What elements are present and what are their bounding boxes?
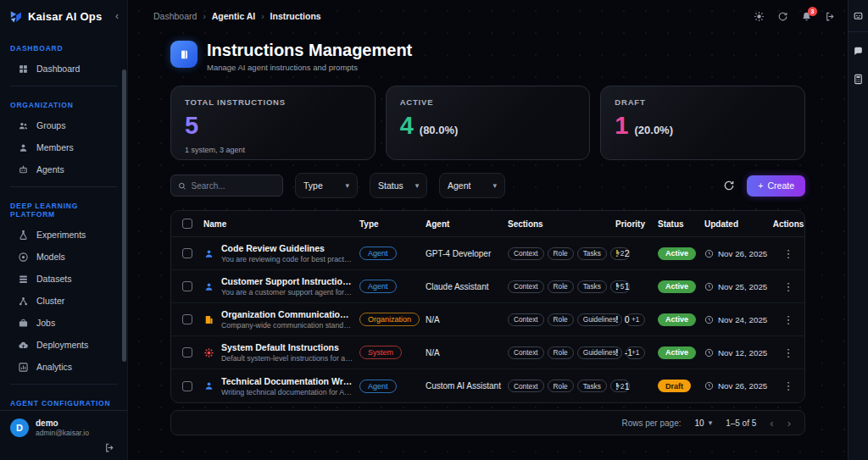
breadcrumb-separator: › bbox=[203, 12, 205, 21]
plus-icon: + bbox=[758, 180, 763, 191]
sidebar-item-members[interactable]: Members bbox=[0, 136, 127, 158]
updated-date: Nov 12, 2025 bbox=[718, 348, 767, 357]
column-header-sections: Sections bbox=[508, 219, 615, 229]
rail-icon-group bbox=[853, 46, 864, 85]
sidebar-collapse-icon[interactable]: ‹ bbox=[115, 10, 119, 22]
agent-name: Claude Assistant bbox=[426, 282, 508, 291]
priority-value: -1 bbox=[625, 347, 632, 357]
user-info: D demo admin@kaisar.io bbox=[10, 418, 117, 437]
sidebar-item-cluster[interactable]: Cluster bbox=[0, 290, 127, 312]
stat-card-total-instructions: TOTAL INSTRUCTIONS 5 1 system, 3 agent bbox=[170, 86, 376, 160]
table-row[interactable]: Organization Communication Style Company… bbox=[171, 303, 804, 336]
row-actions-menu-icon[interactable]: ⋮ bbox=[772, 346, 804, 359]
sidebar-section-dashboard: DASHBOARD bbox=[0, 36, 127, 58]
sidebar-divider bbox=[10, 384, 117, 385]
target-icon bbox=[18, 252, 29, 263]
row-checkbox[interactable] bbox=[182, 248, 192, 258]
row-actions-menu-icon[interactable]: ⋮ bbox=[772, 380, 804, 392]
sidebar-item-label: Members bbox=[36, 142, 74, 152]
page-content: Instructions Management Manage AI agent … bbox=[128, 32, 848, 460]
section-chip: Role bbox=[548, 380, 574, 392]
sections-list: Context Role Tasks +5 bbox=[508, 280, 615, 293]
stat-card-active: ACTIVE 4 (80.0%) bbox=[386, 86, 591, 160]
table-row[interactable]: Technical Documentation Writer Writing t… bbox=[171, 369, 804, 402]
refresh-icon[interactable] bbox=[723, 180, 735, 191]
row-checkbox[interactable] bbox=[182, 381, 192, 391]
column-header-actions: Actions bbox=[772, 219, 804, 229]
sidebar-scrollbar[interactable] bbox=[122, 69, 126, 362]
row-actions-menu-icon[interactable]: ⋮ bbox=[772, 313, 804, 326]
sections-list: Context Role Guidelines +1 bbox=[508, 313, 615, 326]
sidebar-item-label: Dashboard bbox=[36, 64, 80, 74]
stat-label: TOTAL INSTRUCTIONS bbox=[185, 97, 361, 107]
updated-date: Nov 26, 2025 bbox=[718, 249, 767, 258]
status-filter-select[interactable]: Status ▾ bbox=[370, 173, 427, 198]
instruction-name: Code Review Guidelines bbox=[221, 243, 353, 253]
calculator-icon[interactable] bbox=[853, 74, 864, 85]
search-input[interactable] bbox=[192, 181, 275, 191]
breadcrumb-agentic-ai[interactable]: Agentic AI bbox=[212, 11, 256, 21]
sidebar-item-groups[interactable]: Groups bbox=[0, 114, 127, 136]
table-row[interactable]: Customer Support Instructions You are a … bbox=[171, 270, 804, 303]
notifications-button[interactable]: 3 bbox=[801, 11, 812, 22]
topbar-actions: 3 bbox=[754, 11, 836, 22]
table-row[interactable]: Code Review Guidelines You are reviewing… bbox=[171, 237, 804, 270]
app-logo-icon bbox=[8, 9, 23, 24]
rows-per-page-select[interactable]: 10 ▾ bbox=[695, 418, 713, 428]
pagination-bar: Rows per page: 10 ▾ 1–5 of 5 ‹ › bbox=[170, 410, 805, 435]
user-name: demo bbox=[36, 418, 89, 428]
row-checkbox[interactable] bbox=[182, 314, 192, 324]
sidebar-item-agents[interactable]: Agents bbox=[0, 158, 127, 180]
section-chip: Context bbox=[508, 346, 544, 359]
status-badge: Draft bbox=[658, 380, 691, 392]
theme-toggle-sun-icon[interactable] bbox=[754, 11, 765, 22]
page-subtitle: Manage AI agent instructions and prompts bbox=[207, 63, 412, 72]
rows-per-page-label: Rows per page: bbox=[621, 418, 681, 428]
sidebar-item-label: Deployments bbox=[36, 340, 88, 350]
sidebar-item-datasets[interactable]: Datasets bbox=[0, 268, 127, 290]
type-chip: Organization bbox=[359, 313, 420, 326]
instructions-page-icon bbox=[170, 41, 198, 68]
sidebar-item-deployments[interactable]: Deployments bbox=[0, 334, 127, 356]
gear-icon bbox=[203, 347, 214, 358]
sidebar-item-dashboard[interactable]: Dashboard bbox=[0, 58, 127, 80]
next-page-button[interactable]: › bbox=[787, 417, 791, 430]
sidebar-item-analytics[interactable]: Analytics bbox=[0, 356, 127, 378]
sidebar-item-jobs[interactable]: Jobs bbox=[0, 312, 127, 334]
type-filter-select[interactable]: Type ▾ bbox=[295, 173, 358, 198]
history-refresh-icon[interactable] bbox=[777, 11, 788, 22]
section-chip: Context bbox=[508, 380, 544, 392]
row-actions-menu-icon[interactable]: ⋮ bbox=[772, 247, 804, 260]
app-window: Kaisar AI Ops ‹ DASHBOARD Dashboard ORGA… bbox=[0, 0, 868, 460]
priority-value: 1 bbox=[625, 281, 630, 291]
user-icon bbox=[18, 142, 29, 153]
sidebar-item-models[interactable]: Models bbox=[0, 246, 127, 268]
chat-bubble-icon[interactable] bbox=[853, 46, 864, 57]
section-chip: Role bbox=[548, 313, 574, 326]
column-header-type: Type bbox=[359, 219, 426, 229]
status-badge: Active bbox=[658, 313, 696, 326]
instruction-description: You are a customer support agent for a s… bbox=[221, 288, 353, 297]
create-button-label: Create bbox=[767, 180, 794, 191]
sidebar-item-experiments[interactable]: Experiments bbox=[0, 224, 127, 246]
table-row[interactable]: System Default Instructions Default syst… bbox=[171, 336, 804, 369]
network-icon bbox=[18, 296, 29, 307]
create-button[interactable]: + Create bbox=[747, 175, 805, 197]
logout-button[interactable] bbox=[10, 437, 117, 455]
agent-filter-select[interactable]: Agent ▾ bbox=[439, 173, 505, 198]
assistant-button[interactable] bbox=[849, 0, 868, 32]
sidebar-item-label: Experiments bbox=[36, 230, 86, 240]
stat-suffix: (20.0%) bbox=[634, 124, 673, 136]
search-box[interactable] bbox=[170, 175, 283, 197]
section-chip: Context bbox=[508, 313, 544, 326]
select-all-checkbox[interactable] bbox=[182, 219, 192, 229]
breadcrumb-dashboard[interactable]: Dashboard bbox=[153, 11, 197, 21]
row-checkbox[interactable] bbox=[182, 347, 192, 357]
row-checkbox[interactable] bbox=[182, 281, 192, 291]
status-badge: Active bbox=[658, 280, 696, 293]
row-actions-menu-icon[interactable]: ⋮ bbox=[772, 280, 804, 293]
agent-name: GPT-4 Developer bbox=[426, 249, 508, 258]
priority-cell: ! -1 bbox=[615, 347, 658, 357]
sign-out-icon[interactable] bbox=[825, 11, 836, 22]
previous-page-button[interactable]: ‹ bbox=[770, 417, 773, 430]
